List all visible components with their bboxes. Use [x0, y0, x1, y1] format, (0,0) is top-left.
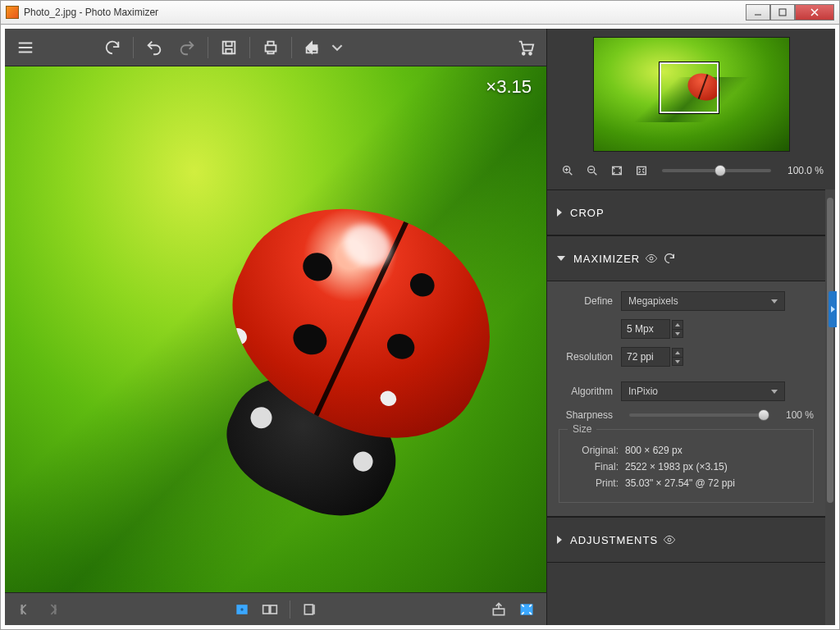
algorithm-value: InPixio [628, 386, 658, 397]
sharpness-slider-knob[interactable] [758, 409, 769, 421]
megapixel-input[interactable]: 5 Mpx [621, 319, 670, 339]
size-final-value: 2522 × 1983 px (×3.15) [625, 461, 728, 472]
svg-point-18 [668, 538, 671, 541]
view-compare-button[interactable] [258, 598, 281, 621]
revert-button[interactable] [98, 34, 126, 62]
fullscreen-button[interactable] [515, 598, 538, 621]
window-title: Photo_2.jpg - Photo Maximizer [24, 7, 158, 18]
define-select[interactable]: Megapixels [621, 291, 785, 311]
scrollbar-thumb[interactable] [827, 198, 833, 503]
panel-adjustments-title: ADJUSTMENTS [570, 534, 658, 546]
size-original-value: 800 × 629 px [625, 445, 682, 456]
main-toolbar [5, 29, 546, 66]
visibility-icon[interactable] [663, 533, 676, 546]
size-print-key: Print: [568, 477, 619, 489]
define-value: Megapixels [628, 295, 678, 307]
redo-button[interactable] [173, 34, 201, 62]
svg-point-5 [529, 52, 532, 54]
panel-crop-header[interactable]: CROP [547, 189, 825, 235]
svg-rect-8 [262, 605, 269, 614]
panel-reset-icon[interactable] [663, 252, 676, 265]
actual-size-icon[interactable] [632, 162, 651, 180]
panel-adjustments-header[interactable]: ADJUSTMENTS [547, 517, 825, 563]
svg-rect-3 [266, 45, 276, 51]
resolution-input[interactable]: 72 ppi [621, 347, 670, 367]
dial-max-label: max [797, 254, 815, 263]
algorithm-select[interactable]: InPixio [621, 381, 785, 401]
svg-rect-0 [779, 9, 786, 16]
right-sidebar: 100.0 % CROP min max MAXIMIZER [546, 29, 835, 625]
define-label: Define [559, 295, 621, 307]
zoom-slider[interactable] [662, 169, 771, 172]
sharpness-slider[interactable] [629, 413, 769, 417]
size-legend: Size [568, 423, 596, 435]
panel-maximizer-header[interactable]: min max MAXIMIZER [547, 235, 825, 281]
zoom-overlay-label: ×3.15 [486, 76, 532, 98]
mpx-spin-down[interactable] [672, 329, 683, 338]
sharpness-label: Sharpness [559, 409, 621, 421]
dial-min-label: min [741, 254, 756, 263]
svg-rect-1 [223, 41, 235, 53]
panel-maximizer-body: Define Megapixels 5 Mpx Resolution 72 pp… [547, 281, 825, 517]
window-minimize-button[interactable] [746, 4, 770, 21]
chevron-right-icon [557, 536, 562, 544]
navigator-thumbnail[interactable] [593, 37, 790, 152]
zoom-percent-label: 100.0 % [783, 165, 824, 176]
size-print-value: 35.03" × 27.54" @ 72 ppi [625, 477, 735, 489]
svg-rect-2 [226, 48, 231, 53]
zoom-out-icon[interactable] [583, 162, 601, 180]
print-button[interactable] [257, 34, 285, 62]
window-maximize-button[interactable] [770, 4, 795, 21]
zoom-slider-knob[interactable] [714, 165, 726, 176]
chevron-down-icon [771, 390, 778, 394]
resolution-label: Resolution [559, 351, 621, 363]
share-dropdown-icon[interactable] [331, 34, 343, 62]
next-image-button[interactable] [41, 598, 64, 621]
res-spin-down[interactable] [672, 357, 683, 366]
panel-scrollbar[interactable] [825, 189, 835, 625]
size-final-key: Final: [568, 461, 619, 472]
sidebar-collapse-handle[interactable] [829, 291, 837, 327]
size-original-key: Original: [568, 445, 619, 456]
svg-rect-11 [493, 609, 504, 615]
app-icon [6, 6, 19, 19]
navigator-viewport-box[interactable] [660, 62, 719, 113]
visibility-icon[interactable] [645, 252, 658, 265]
zoom-in-icon[interactable] [559, 162, 577, 180]
cart-button[interactable] [512, 34, 540, 62]
view-footer-bar [5, 592, 546, 625]
panel-crop-title: CROP [570, 207, 605, 219]
svg-point-7 [240, 607, 244, 611]
sharpness-value: 100 % [778, 409, 814, 421]
undo-button[interactable] [140, 34, 168, 62]
svg-point-4 [523, 52, 525, 54]
res-spin-up[interactable] [672, 348, 683, 357]
algorithm-label: Algorithm [559, 386, 621, 397]
chevron-down-icon [557, 256, 565, 261]
window-close-button[interactable] [795, 4, 834, 21]
image-canvas[interactable]: ×3.15 [5, 66, 546, 592]
svg-point-17 [650, 257, 653, 260]
fit-screen-icon[interactable] [608, 162, 626, 180]
panel-maximizer-title: MAXIMIZER [573, 253, 640, 265]
prev-image-button[interactable] [13, 598, 36, 621]
chevron-down-icon [771, 299, 778, 304]
size-fieldset: Size Original:800 × 629 px Final:2522 × … [559, 429, 814, 503]
mpx-spin-up[interactable] [672, 320, 683, 329]
svg-rect-10 [304, 605, 313, 614]
window-titlebar: Photo_2.jpg - Photo Maximizer [0, 0, 840, 25]
view-film-button[interactable] [299, 598, 322, 621]
svg-rect-9 [270, 605, 276, 614]
share-button[interactable] [299, 34, 326, 62]
export-button[interactable] [487, 598, 510, 621]
view-single-button[interactable] [231, 598, 253, 621]
chevron-right-icon [557, 208, 562, 217]
svg-rect-16 [637, 167, 646, 174]
save-button[interactable] [215, 34, 243, 62]
menu-button[interactable] [11, 34, 39, 62]
